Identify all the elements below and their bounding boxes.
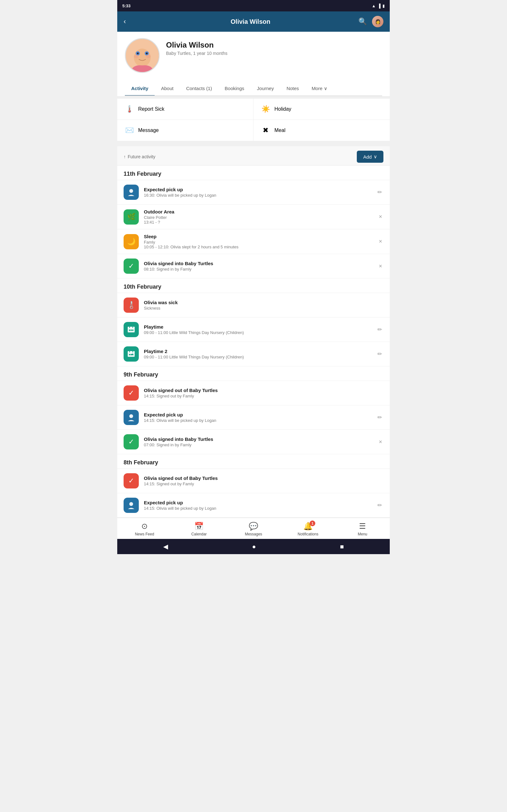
svg-rect-14 [130,329,132,331]
android-recent-button[interactable]: ■ [340,543,344,550]
messages-icon: 💬 [249,522,258,531]
activity-subtitle: 09:00 - 11:00 Little Wild Things Day Nur… [144,355,371,359]
back-button[interactable]: ‹ [124,17,126,26]
add-chevron-icon: ∨ [374,154,377,159]
android-back-button[interactable]: ◀ [163,543,168,550]
close-icon[interactable]: × [377,212,383,221]
list-item: Expected pick up 16:30: Olivia will be p… [117,180,390,205]
tab-activity[interactable]: Activity [125,82,155,96]
activity-header: ↑ Future activity Add ∨ [117,146,390,165]
activity-title: Outdoor Area [144,209,372,214]
activity-subtitle: 14:15: Olivia will be picked up by Logan [144,418,371,423]
activity-content: Sleep Famly10:05 - 12:10: Olivia slept f… [144,234,372,249]
tab-bookings[interactable]: Bookings [218,82,250,96]
activity-subtitle: 08:10: Signed in by Famly [144,267,372,271]
user-avatar[interactable]: 👩 [372,16,383,27]
meal-label: Meal [274,128,285,133]
holiday-label: Holiday [274,106,291,112]
add-button[interactable]: Add ∨ [357,151,383,163]
activity-subtitle: 16:30: Olivia will be picked up by Logan [144,193,371,198]
list-item: ✓ Olivia signed into Baby Turtles 08:10:… [117,254,390,278]
status-icons: ▲ ▐ ▮ [372,3,385,8]
battery-icon: ▮ [383,3,385,8]
signin-icon: ✓ [124,258,139,274]
profile-top: Olivia Wilson Baby Turtles, 1 year 10 mo… [125,38,382,78]
activity-subtitle: 14:15: Olivia will be picked up by Logan [144,506,371,511]
list-item: 🌡️ Olivia was sick Sickness [117,293,390,317]
list-item: 🌿 Outdoor Area Claire Potter13:41 - ? × [117,205,390,229]
activity-title: Olivia signed out of Baby Turtles [144,388,383,393]
activity-content: Playtime 09:00 - 11:00 Little Wild Thing… [144,324,371,335]
status-time: 5:33 [122,3,130,8]
status-bar: 5:33 ▲ ▐ ▮ [117,0,390,11]
message-button[interactable]: ✉️ Message [117,120,253,141]
holiday-icon: ☀️ [261,105,270,113]
top-nav: ‹ Olivia Wilson 🔍 👩 [117,11,390,32]
activity-subtitle: 14:15: Signed out by Famly [144,394,383,398]
date-heading-11feb: 11th February [117,165,390,180]
activity-title: Expected pick up [144,500,371,505]
edit-icon[interactable]: ✏ [376,349,383,359]
activity-title: Playtime [144,324,371,329]
pickup-icon [124,185,139,200]
activity-content: Olivia was sick Sickness [144,300,383,310]
edit-icon[interactable]: ✏ [376,501,383,510]
arrow-up-icon: ↑ [124,154,126,159]
newsfeed-label: News Feed [135,532,154,537]
profile-name: Olivia Wilson [166,41,228,49]
android-home-button[interactable]: ● [252,543,256,550]
close-icon[interactable]: × [377,262,383,271]
activity-subtitle: Sickness [144,306,383,310]
search-icon[interactable]: 🔍 [358,17,367,26]
activity-subtitle: Famly10:05 - 12:10: Olivia slept for 2 h… [144,240,372,249]
close-icon[interactable]: × [377,438,383,447]
edit-icon[interactable]: ✏ [376,188,383,197]
activity-title: Olivia was sick [144,300,383,305]
action-grid: 🌡️ Report Sick ☀️ Holiday ✉️ Message ✖ M… [117,96,390,141]
list-item: Expected pick up 14:15: Olivia will be p… [117,493,390,518]
holiday-button[interactable]: ☀️ Holiday [253,99,390,120]
pickup3-icon [124,498,139,513]
activity-content: Expected pick up 16:30: Olivia will be p… [144,187,371,198]
meal-button[interactable]: ✖ Meal [253,120,390,141]
list-item: Expected pick up 14:15: Olivia will be p… [117,405,390,430]
tab-notes[interactable]: Notes [280,82,305,96]
nav-right: 🔍 👩 [358,16,383,27]
nav-menu[interactable]: ☰ Menu [351,522,374,537]
svg-rect-15 [132,329,133,331]
activity-content: Outdoor Area Claire Potter13:41 - ? [144,209,372,224]
activity-content: Playtime 2 09:00 - 11:00 Little Wild Thi… [144,349,371,359]
signout2-icon: ✓ [124,473,139,489]
android-nav: ◀ ● ■ [117,539,390,554]
activity-title: Olivia signed out of Baby Turtles [144,475,383,481]
tab-journey[interactable]: Journey [250,82,280,96]
tab-contacts[interactable]: Contacts (1) [180,82,218,96]
list-item: Playtime 2 09:00 - 11:00 Little Wild Thi… [117,342,390,366]
message-label: Message [138,128,159,133]
date-group-8feb: 8th February ✓ Olivia signed out of Baby… [117,454,390,518]
date-group-11feb: 11th February Expected pick up 16:30: Ol… [117,165,390,278]
nav-left: ‹ [124,17,143,26]
profile-avatar [125,38,160,73]
nav-messages[interactable]: 💬 Messages [242,522,265,537]
date-group-9feb: 9th February ✓ Olivia signed out of Baby… [117,366,390,454]
activity-container: ↑ Future activity Add ∨ 11th February Ex… [117,146,390,518]
edit-icon[interactable]: ✏ [376,325,383,334]
svg-rect-10 [128,327,135,328]
nav-newsfeed[interactable]: ⊙ News Feed [133,522,156,537]
tab-more[interactable]: More ∨ [305,82,333,96]
bottom-nav: ⊙ News Feed 📅 Calendar 💬 Messages 🔔 1 No… [117,518,390,539]
tab-about[interactable]: About [155,82,180,96]
edit-icon[interactable]: ✏ [376,413,383,422]
activity-content: Expected pick up 14:15: Olivia will be p… [144,412,371,423]
close-icon[interactable]: × [377,237,383,246]
activity-title: Playtime 2 [144,349,371,354]
list-item: Playtime 09:00 - 11:00 Little Wild Thing… [117,317,390,342]
activity-title: Sleep [144,234,372,239]
future-activity-label: Future activity [128,154,155,159]
signin2-icon: ✓ [124,434,139,450]
future-activity: ↑ Future activity [124,154,155,159]
nav-notifications[interactable]: 🔔 1 Notifications [297,522,319,537]
report-sick-button[interactable]: 🌡️ Report Sick [117,99,253,120]
nav-calendar[interactable]: 📅 Calendar [188,522,210,537]
